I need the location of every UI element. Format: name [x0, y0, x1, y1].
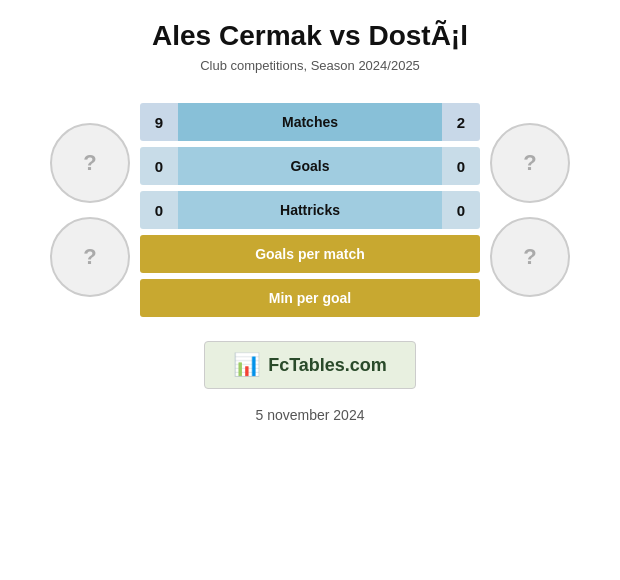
- logo-area: 📊 FcTables.com: [204, 341, 416, 389]
- main-container: Ales Cermak vs DostÃ¡l Club competitions…: [0, 0, 620, 580]
- logo-box: 📊 FcTables.com: [204, 341, 416, 389]
- goals-per-match-label: Goals per match: [140, 235, 480, 273]
- hattricks-right-value: 0: [442, 191, 480, 229]
- matches-right-value: 2: [442, 103, 480, 141]
- matches-label: Matches: [178, 103, 442, 141]
- stat-row-goals-per-match: Goals per match: [140, 235, 480, 273]
- hattricks-label: Hattricks: [178, 191, 442, 229]
- right-bottom-avatar-placeholder: ?: [523, 244, 536, 270]
- left-bottom-avatar: ?: [50, 217, 130, 297]
- stat-row-min-per-goal: Min per goal: [140, 279, 480, 317]
- left-avatars: ? ?: [50, 123, 130, 297]
- goals-left-value: 0: [140, 147, 178, 185]
- stat-row-goals: 0 Goals 0: [140, 147, 480, 185]
- logo-text: FcTables.com: [268, 355, 387, 376]
- goals-label: Goals: [178, 147, 442, 185]
- logo-icon: 📊: [233, 352, 260, 378]
- min-per-goal-label: Min per goal: [140, 279, 480, 317]
- left-top-avatar-placeholder: ?: [83, 150, 96, 176]
- stats-section: ? ? 9 Matches 2 0 Goals 0 0 Hatt: [0, 103, 620, 317]
- stats-rows: 9 Matches 2 0 Goals 0 0 Hattricks 0 Goal…: [140, 103, 480, 317]
- page-title: Ales Cermak vs DostÃ¡l: [152, 20, 468, 52]
- hattricks-left-value: 0: [140, 191, 178, 229]
- goals-right-value: 0: [442, 147, 480, 185]
- matches-left-value: 9: [140, 103, 178, 141]
- right-avatars: ? ?: [490, 123, 570, 297]
- subtitle: Club competitions, Season 2024/2025: [200, 58, 420, 73]
- right-top-avatar: ?: [490, 123, 570, 203]
- right-top-avatar-placeholder: ?: [523, 150, 536, 176]
- date-display: 5 november 2024: [256, 407, 365, 423]
- left-bottom-avatar-placeholder: ?: [83, 244, 96, 270]
- stat-row-matches: 9 Matches 2: [140, 103, 480, 141]
- stat-row-hattricks: 0 Hattricks 0: [140, 191, 480, 229]
- left-top-avatar: ?: [50, 123, 130, 203]
- right-bottom-avatar: ?: [490, 217, 570, 297]
